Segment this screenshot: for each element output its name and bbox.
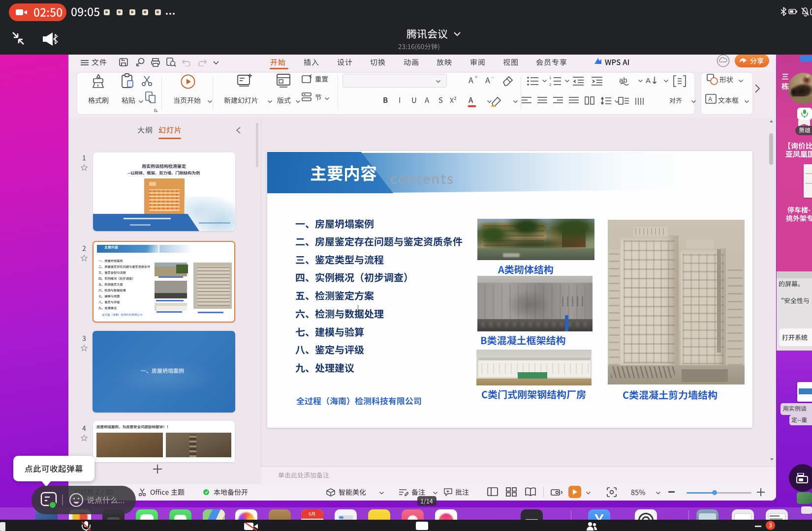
svg-text:A: A — [708, 96, 712, 103]
svg-text:2: 2 — [549, 83, 552, 86]
svg-text:ab: ab — [619, 76, 627, 84]
svg-text:1: 1 — [549, 76, 552, 80]
svg-text:A: A — [646, 76, 651, 85]
